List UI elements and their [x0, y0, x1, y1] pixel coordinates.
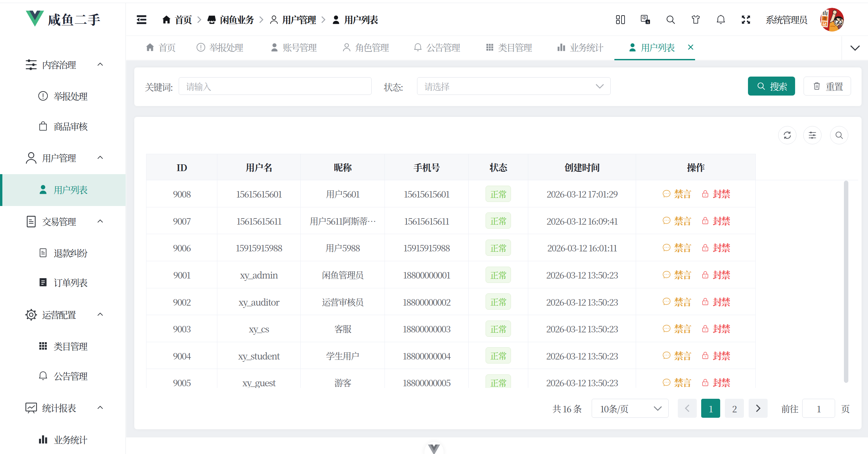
svg-text:山: 山: [822, 10, 828, 16]
svg-text:中: 中: [642, 16, 646, 21]
svg-text:奇: 奇: [823, 16, 827, 21]
svg-text:A: A: [646, 20, 649, 24]
